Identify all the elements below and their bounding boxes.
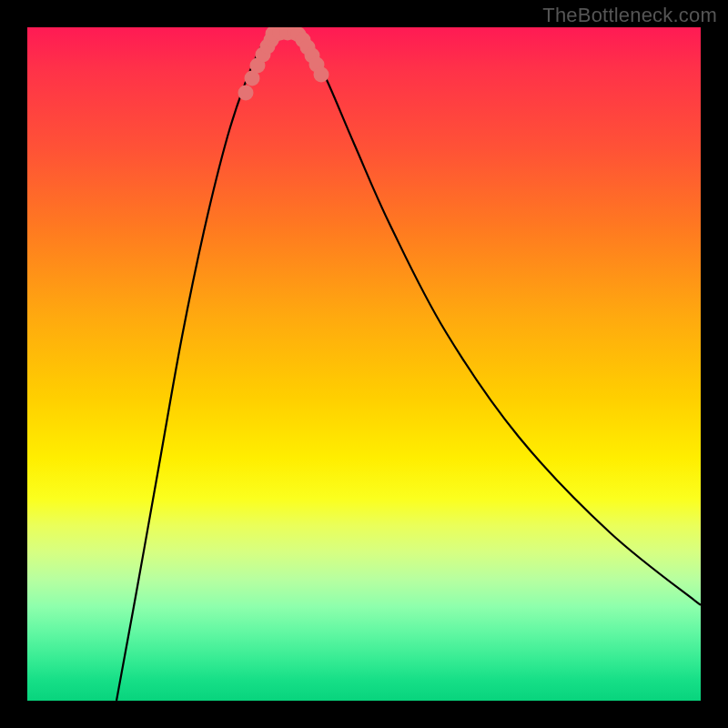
left-curve-path bbox=[116, 35, 268, 701]
right-curve-path bbox=[300, 35, 701, 605]
highlight-dot bbox=[238, 86, 254, 101]
watermark-text: TheBottleneck.com bbox=[542, 4, 717, 27]
plot-frame bbox=[27, 27, 701, 701]
highlight-dots-right bbox=[291, 27, 329, 83]
chart-svg bbox=[27, 27, 701, 701]
highlight-dot bbox=[314, 67, 329, 83]
